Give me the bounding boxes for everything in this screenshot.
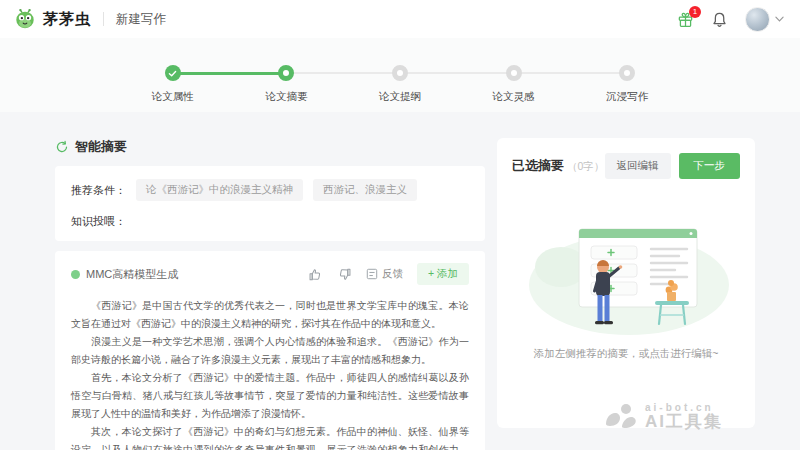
watermark-title: AI工具集 (645, 413, 723, 432)
knowledge-label: 知识投喂： (71, 214, 126, 229)
thumbs-up-icon[interactable] (308, 267, 323, 282)
step-todo-icon (619, 65, 635, 81)
conditions-card: 推荐条件： 论《西游记》中的浪漫主义精神 西游记、浪漫主义 知识投喂： (55, 166, 485, 241)
step-paper-abstract[interactable]: 论文摘要 (230, 65, 344, 104)
selected-abstract-title-wrap: 已选摘要 （0字） (512, 157, 604, 175)
bell-icon[interactable] (711, 11, 728, 28)
generated-abstract-card: MMC高精模型生成 (55, 251, 485, 450)
abstract-paragraph: 首先，本论文分析了《西游记》中的爱情主题。作品中，师徒四人的感情纠葛以及孙悟空与… (71, 369, 469, 423)
app-window: 茅茅虫 新建写作 1 (0, 0, 800, 450)
section-title-row: 智能摘要 (55, 138, 485, 156)
step-todo-icon (392, 65, 408, 81)
recommend-conditions-row: 推荐条件： 论《西游记》中的浪漫主义精神 西游记、浪漫主义 (71, 179, 469, 201)
green-dot-icon (71, 270, 80, 279)
feedback-icon (366, 268, 378, 280)
stepper-band: 论文属性 论文摘要 论文提纲 论文灵感 沉浸写作 (0, 38, 800, 112)
gift-button[interactable]: 1 (677, 11, 694, 28)
feedback-button[interactable]: 反馈 (366, 267, 403, 281)
next-step-button[interactable]: 下一步 (679, 153, 741, 179)
step-paper-outline[interactable]: 论文提纲 (343, 65, 457, 104)
step-label: 论文灵感 (493, 90, 535, 104)
main-content: 智能摘要 推荐条件： 论《西游记》中的浪漫主义精神 西游记、浪漫主义 知识投喂：… (0, 112, 800, 450)
chevron-down-icon (775, 16, 784, 22)
step-paper-inspiration[interactable]: 论文灵感 (457, 65, 571, 104)
abstract-paragraph: 《西游记》是中国古代文学的优秀代表之一，同时也是世界文学宝库中的瑰宝。本论文旨在… (71, 297, 469, 333)
add-abstract-button[interactable]: + 添加 (417, 263, 469, 285)
selected-abstract-header: 已选摘要 （0字） 返回编辑 下一步 (512, 153, 740, 179)
thumbs-down-icon[interactable] (337, 267, 352, 282)
word-count: （0字） (567, 160, 604, 174)
panel-buttons: 返回编辑 下一步 (605, 153, 741, 179)
feedback-label: 反馈 (382, 267, 403, 281)
section-title: 智能摘要 (75, 138, 127, 156)
gift-badge: 1 (689, 6, 701, 18)
selected-abstract-card: 已选摘要 （0字） 返回编辑 下一步 (497, 138, 755, 428)
model-source: MMC高精模型生成 (71, 267, 178, 282)
result-header: MMC高精模型生成 (71, 263, 469, 285)
condition-tag: 西游记、浪漫主义 (313, 179, 417, 201)
selected-abstract-title: 已选摘要 (512, 157, 564, 175)
step-label: 论文提纲 (379, 90, 421, 104)
step-label: 论文摘要 (265, 90, 307, 104)
page-title: 新建写作 (116, 11, 166, 28)
abstract-paragraph: 浪漫主义是一种文学艺术思潮，强调个人内心情感的体验和追求。《西游记》作为一部史诗… (71, 333, 469, 369)
step-done-icon (165, 65, 181, 81)
watermark-text: ai-bot.cn AI工具集 (645, 402, 723, 432)
brand: 茅茅虫 新建写作 (14, 8, 166, 30)
model-source-label: MMC高精模型生成 (86, 267, 178, 282)
conditions-label: 推荐条件： (71, 183, 126, 198)
step-label: 沉浸写作 (606, 90, 648, 104)
condition-tag: 论《西游记》中的浪漫主义精神 (136, 179, 303, 201)
stepper: 论文属性 论文摘要 论文提纲 论文灵感 沉浸写作 (116, 65, 684, 104)
knowledge-feed-row: 知识投喂： (71, 214, 469, 229)
abstract-text: 《西游记》是中国古代文学的优秀代表之一，同时也是世界文学宝库中的瑰宝。本论文旨在… (71, 297, 469, 450)
step-current-icon (278, 65, 294, 81)
selected-abstract-panel: 已选摘要 （0字） 返回编辑 下一步 (497, 138, 755, 450)
brand-name: 茅茅虫 (43, 10, 91, 29)
bug-logo-icon (14, 8, 36, 30)
top-bar: 茅茅虫 新建写作 1 (0, 0, 800, 38)
abstract-paragraph: 其次，本论文探讨了《西游记》中的奇幻与幻想元素。作品中的神仙、妖怪、仙界等设定，… (71, 423, 469, 450)
result-actions: 反馈 + 添加 (308, 263, 469, 285)
step-todo-icon (506, 65, 522, 81)
back-to-edit-button[interactable]: 返回编辑 (605, 153, 671, 179)
watermark: ai-bot.cn AI工具集 (604, 402, 723, 432)
avatar (745, 7, 770, 32)
smart-abstract-panel: 智能摘要 推荐条件： 论《西游记》中的浪漫主义精神 西游记、浪漫主义 知识投喂：… (55, 138, 485, 450)
step-label: 论文属性 (152, 90, 194, 104)
header-actions: 1 (677, 7, 784, 32)
user-menu[interactable] (745, 7, 784, 32)
ai-bot-logo-icon (604, 402, 638, 432)
header-divider (103, 12, 104, 26)
refresh-icon (55, 140, 69, 154)
empty-state-hint: 添加左侧推荐的摘要，或点击进行编辑~ (512, 347, 740, 361)
empty-state-illustration (521, 221, 731, 339)
step-immersive-writing[interactable]: 沉浸写作 (570, 65, 684, 104)
